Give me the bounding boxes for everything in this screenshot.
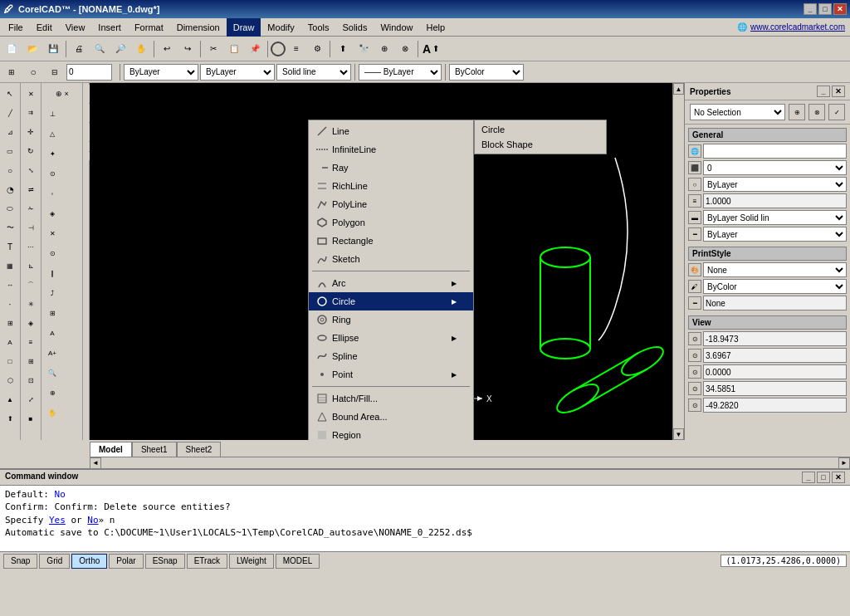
print-btn[interactable]: 🖨: [69, 39, 89, 59]
snap-icon[interactable]: ⊞: [2, 62, 22, 82]
props-close-btn[interactable]: ✕: [832, 86, 845, 97]
zoom6-btn[interactable]: ⊕: [43, 384, 61, 402]
cmd-max-btn[interactable]: □: [817, 472, 830, 483]
nearest-tool[interactable]: ✦: [43, 144, 61, 163]
model-btn[interactable]: MODEL: [276, 554, 320, 569]
zoom-btn[interactable]: 🔎: [110, 39, 130, 59]
layer-input[interactable]: [66, 64, 112, 81]
cmd-close-btn[interactable]: ✕: [832, 472, 845, 483]
menu-dimension[interactable]: Dimension: [170, 18, 227, 37]
ltscale-select[interactable]: ByLayer: [703, 227, 847, 242]
snap3-tool[interactable]: ⊕ ×: [43, 85, 81, 103]
spline-tool[interactable]: 〜: [1, 218, 19, 237]
menu-help[interactable]: Help: [420, 18, 452, 37]
preview-btn[interactable]: 🔍: [90, 39, 110, 59]
arc-tool[interactable]: ◔: [1, 180, 19, 198]
close-btn[interactable]: ✕: [833, 3, 847, 15]
scroll-right-btn[interactable]: ►: [838, 457, 850, 469]
wipeout-tool[interactable]: □: [1, 352, 19, 370]
ps-color-select[interactable]: None: [703, 262, 847, 277]
linetype-select[interactable]: ByLayer Solid lin: [703, 210, 847, 225]
hatch-tool[interactable]: ▦: [1, 257, 19, 275]
menu-draw[interactable]: Draw: [227, 18, 261, 37]
rotate-tool[interactable]: ↻: [22, 142, 40, 160]
prop-btn[interactable]: ⚙: [307, 39, 327, 59]
color-input[interactable]: [703, 144, 847, 159]
draw-menu-infiniteline[interactable]: InfiniteLine: [309, 140, 473, 159]
draw-menu-ray[interactable]: Ray: [309, 159, 473, 177]
solid-tool[interactable]: ■: [22, 409, 40, 428]
draw-menu-point[interactable]: Point ▶: [309, 365, 473, 384]
midpoint-tool[interactable]: △: [43, 125, 61, 143]
text-tool[interactable]: T: [1, 237, 19, 256]
minimize-btn[interactable]: _: [804, 3, 817, 15]
offset-tool[interactable]: ⇉: [22, 104, 40, 122]
intersection-tool[interactable]: ✕: [43, 224, 61, 242]
lineweight-select[interactable]: Solid line: [276, 64, 351, 81]
draw-menu-polyline[interactable]: PolyLine: [309, 195, 473, 213]
select-tool[interactable]: ↖: [1, 85, 19, 103]
nav-btn[interactable]: ⬆: [333, 39, 353, 59]
align-tool[interactable]: ≡: [22, 333, 40, 351]
scroll-down-btn[interactable]: ▼: [673, 428, 684, 440]
chamfer-tool[interactable]: ⊾: [22, 257, 40, 275]
canvas-vscroll[interactable]: ▲ ▼: [672, 83, 684, 440]
tangent-tool[interactable]: ⊙: [43, 244, 61, 262]
draw-menu-ellipse[interactable]: Ellipse ▶: [309, 329, 473, 347]
zoom3-btn[interactable]: ⊕: [374, 39, 394, 59]
canvas-area[interactable]: X Y Z: [90, 83, 684, 440]
polyline-tool[interactable]: ⊿: [1, 123, 19, 141]
cut-btn[interactable]: ✂: [203, 39, 223, 59]
tab-sheet1[interactable]: Sheet1: [132, 442, 177, 457]
circle-submenu-circle[interactable]: Circle: [475, 122, 606, 137]
restore-btn[interactable]: □: [818, 3, 832, 15]
circle-icon[interactable]: ○: [23, 62, 43, 82]
mirror-tool[interactable]: ⇌: [22, 180, 40, 198]
trim-tool[interactable]: ✁: [22, 199, 40, 218]
extrude-tool[interactable]: ⬆: [1, 409, 19, 428]
insert-tool[interactable]: ⊞: [1, 314, 19, 332]
dim-tool[interactable]: ↔: [1, 276, 19, 294]
menu-tools[interactable]: Tools: [301, 18, 336, 37]
open-btn[interactable]: 📂: [22, 39, 42, 59]
cmd-minimize-btn[interactable]: _: [802, 472, 815, 483]
draw-menu-ring[interactable]: Ring: [309, 310, 473, 329]
tab-sheet2[interactable]: Sheet2: [177, 442, 222, 457]
pan2-btn[interactable]: ✋: [43, 403, 61, 422]
rect-tool[interactable]: ▭: [1, 142, 19, 160]
parallel-tool[interactable]: ∥: [43, 264, 61, 282]
linetype-select[interactable]: ByLayer: [200, 64, 275, 81]
etrack-btn[interactable]: ETrack: [187, 554, 227, 569]
draw-menu-circle[interactable]: Circle ▶: [309, 292, 473, 310]
menu-window[interactable]: Window: [374, 18, 419, 37]
menu-modify[interactable]: Modify: [261, 18, 300, 37]
menu-solids[interactable]: Solids: [335, 18, 374, 37]
array-tool[interactable]: ⊞: [22, 352, 40, 370]
menu-view[interactable]: View: [59, 18, 92, 37]
cmd-yes[interactable]: Yes: [49, 515, 66, 526]
scroll-up-btn[interactable]: ▲: [673, 83, 684, 95]
explode-tool[interactable]: ✳: [22, 295, 40, 313]
layer-select[interactable]: 0: [703, 160, 847, 175]
line-tool[interactable]: ╱: [1, 104, 19, 122]
ins-tool[interactable]: ⊞: [43, 304, 61, 322]
props-btn1[interactable]: ⊕: [789, 104, 805, 120]
scroll-left-btn[interactable]: ◄: [90, 457, 101, 469]
scale-tool[interactable]: ⤡: [22, 161, 40, 179]
ps-bycolor-select[interactable]: ByColor: [703, 279, 847, 294]
menu-format[interactable]: Format: [128, 18, 170, 37]
tab-model[interactable]: Model: [90, 442, 132, 457]
copy-btn[interactable]: 📋: [224, 39, 244, 59]
props-minimize-btn[interactable]: _: [817, 86, 830, 97]
node-tool[interactable]: ◦: [43, 184, 61, 203]
region-tool[interactable]: ⬡: [1, 371, 19, 389]
zoom4-btn[interactable]: ⊗: [395, 39, 415, 59]
menu-file[interactable]: File: [2, 18, 30, 37]
paste-btn[interactable]: 📌: [245, 39, 265, 59]
zoom2-btn[interactable]: 🔭: [354, 39, 374, 59]
esnap-btn[interactable]: ESnap: [145, 554, 185, 569]
copy2-tool[interactable]: ⊡: [22, 371, 40, 389]
pan-btn[interactable]: ✋: [131, 39, 151, 59]
cmd-no2[interactable]: No: [87, 515, 98, 526]
plotstyle-select[interactable]: ByColor: [449, 64, 524, 81]
